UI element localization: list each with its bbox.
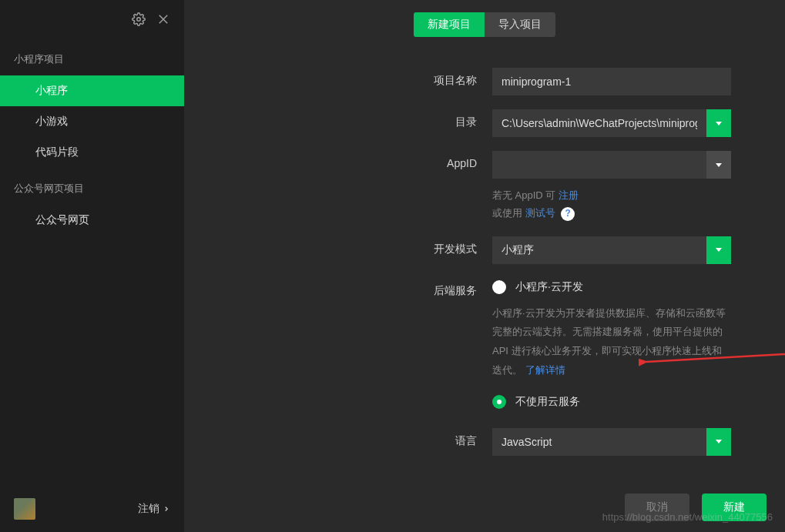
backend-description: 小程序·云开发为开发者提供数据库、存储和云函数等完整的云端支持。无需搭建服务器，… xyxy=(492,304,731,380)
sidebar-item-snippet[interactable]: 代码片段 xyxy=(0,137,184,168)
appid-hint-text: 若无 AppID 可 xyxy=(492,189,559,201)
sidebar-item-official-web[interactable]: 公众号网页 xyxy=(0,205,184,236)
project-name-input[interactable] xyxy=(492,68,731,95)
label-project-name: 项目名称 xyxy=(369,68,492,88)
appid-input[interactable] xyxy=(492,151,706,179)
label-dev-mode: 开发模式 xyxy=(369,236,492,256)
logout-label: 注销 xyxy=(138,502,159,516)
radio-cloud-label: 小程序·云开发 xyxy=(515,280,583,294)
appid-hint2-text: 或使用 xyxy=(492,207,525,219)
radio-icon xyxy=(492,280,506,294)
chevron-down-icon xyxy=(716,248,722,252)
appid-dropdown-button[interactable] xyxy=(706,151,731,179)
sidebar-section-official: 公众号网页项目 xyxy=(0,168,184,205)
avatar[interactable] xyxy=(14,498,35,520)
radio-no-cloud[interactable]: 不使用云服务 xyxy=(492,393,731,411)
chevron-right-icon xyxy=(163,505,170,513)
close-icon[interactable] xyxy=(156,12,170,26)
sidebar-item-minigame[interactable]: 小游戏 xyxy=(0,106,184,137)
create-button[interactable]: 新建 xyxy=(702,494,767,521)
radio-icon xyxy=(492,395,506,409)
dev-mode-dropdown-button[interactable] xyxy=(706,236,731,264)
gear-icon[interactable] xyxy=(132,12,146,26)
directory-input[interactable] xyxy=(492,109,706,137)
tab-new-project[interactable]: 新建项目 xyxy=(414,12,485,37)
chevron-down-icon xyxy=(716,440,722,443)
language-dropdown-button[interactable] xyxy=(706,428,731,456)
language-select[interactable]: JavaScript xyxy=(492,428,706,456)
appid-hint: 若无 AppID 可 注册 或使用 测试号 ? xyxy=(492,186,731,223)
label-directory: 目录 xyxy=(369,109,492,129)
svg-point-0 xyxy=(137,18,141,22)
chevron-down-icon xyxy=(716,163,722,167)
test-account-link[interactable]: 测试号 xyxy=(525,207,555,219)
register-link[interactable]: 注册 xyxy=(559,189,579,201)
label-backend: 后端服务 xyxy=(369,278,492,298)
radio-nocloud-label: 不使用云服务 xyxy=(515,395,580,409)
label-language: 语言 xyxy=(369,428,492,448)
directory-browse-button[interactable] xyxy=(706,109,731,137)
tab-import-project[interactable]: 导入项目 xyxy=(485,12,555,37)
dev-mode-select[interactable]: 小程序 xyxy=(492,236,706,264)
label-appid: AppID xyxy=(369,151,492,169)
sidebar-section-miniprogram: 小程序项目 xyxy=(0,38,184,75)
radio-cloud-dev[interactable]: 小程序·云开发 xyxy=(492,278,731,296)
chevron-down-icon xyxy=(716,122,722,125)
help-icon[interactable]: ? xyxy=(561,207,575,221)
learn-more-link[interactable]: 了解详情 xyxy=(525,364,565,376)
logout-button[interactable]: 注销 xyxy=(138,502,170,516)
cancel-button[interactable]: 取消 xyxy=(625,494,689,521)
sidebar-item-miniprogram[interactable]: 小程序 xyxy=(0,75,184,106)
